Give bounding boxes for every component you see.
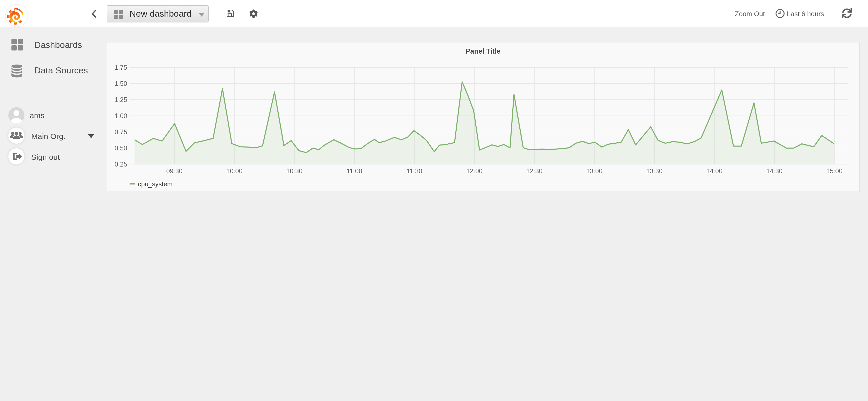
svg-text:1.25: 1.25 (114, 96, 127, 103)
svg-text:0.25: 0.25 (114, 160, 127, 167)
svg-text:09:30: 09:30 (166, 167, 182, 174)
svg-text:14:30: 14:30 (766, 167, 782, 174)
svg-text:0.75: 0.75 (114, 128, 127, 135)
svg-text:11:00: 11:00 (346, 167, 362, 174)
svg-text:1.50: 1.50 (114, 80, 127, 87)
svg-text:1.00: 1.00 (114, 112, 127, 119)
svg-text:13:30: 13:30 (646, 167, 662, 174)
svg-text:13:00: 13:00 (586, 167, 602, 174)
svg-text:12:30: 12:30 (526, 167, 542, 174)
svg-text:12:00: 12:00 (466, 167, 483, 174)
svg-text:15:00: 15:00 (826, 167, 842, 174)
svg-text:0.50: 0.50 (114, 144, 127, 151)
svg-text:10:30: 10:30 (286, 167, 302, 174)
svg-text:11:30: 11:30 (406, 167, 422, 174)
svg-text:14:00: 14:00 (706, 167, 722, 174)
svg-text:cpu_system: cpu_system (137, 180, 172, 187)
svg-text:1.75: 1.75 (114, 63, 127, 71)
svg-text:10:00: 10:00 (226, 167, 243, 174)
